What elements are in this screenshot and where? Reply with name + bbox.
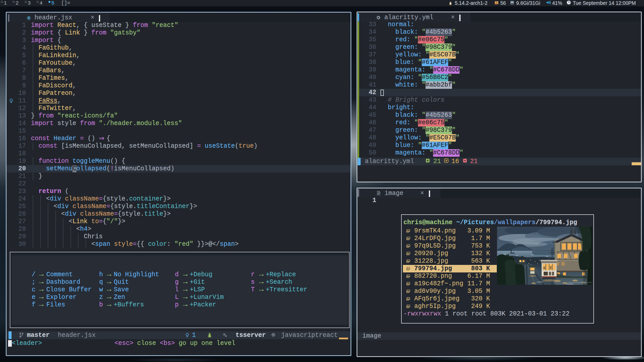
svg-text:www.DesktopBackground.org: www.DesktopBackground.org — [568, 281, 592, 284]
